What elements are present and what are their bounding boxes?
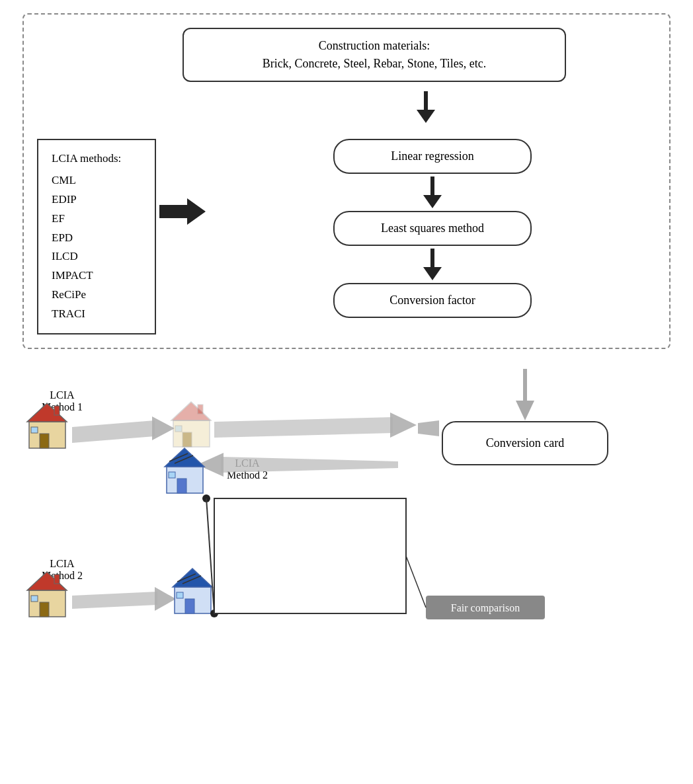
svg-marker-0	[159, 198, 206, 225]
lcia-item-cml: CML	[52, 171, 142, 190]
svg-text:LCIA: LCIA	[50, 558, 75, 569]
conversion-factor-box: Conversion factor	[333, 283, 532, 318]
lcia-item-edip: EDIP	[52, 190, 142, 210]
flowchart-column: Linear regression Least squares method	[209, 139, 656, 318]
lcia-methods-box: LCIA methods: CML EDIP EF EPD ILCD IMPAC…	[37, 139, 156, 334]
svg-rect-5	[40, 434, 49, 448]
svg-rect-45	[177, 592, 183, 598]
materials-box: Construction materials: Brick, Concrete,…	[183, 28, 566, 82]
arrow-ls-to-cf	[423, 249, 442, 280]
lcia-item-ilcd: ILCD	[52, 247, 142, 266]
main-diagram: Construction materials: Brick, Concrete,…	[22, 13, 671, 755]
svg-text:Fair comparison: Fair comparison	[451, 602, 520, 614]
svg-marker-16	[390, 412, 417, 438]
svg-marker-19	[221, 457, 398, 473]
linear-regression-label: Linear regression	[391, 149, 473, 163]
arrow-materials-to-lr	[417, 91, 435, 123]
svg-rect-6	[31, 427, 38, 433]
arrow-lr-to-ls	[423, 176, 442, 208]
lcia-title: LCIA methods:	[52, 149, 142, 169]
svg-text:Conversion card: Conversion card	[486, 436, 564, 450]
svg-marker-22	[165, 448, 204, 467]
bottom-section: LCIA Method 1 L	[22, 369, 671, 755]
svg-rect-37	[40, 602, 49, 617]
materials-list: Brick, Concrete, Steel, Rebar, Stone, Ti…	[263, 57, 487, 70]
least-squares-label: Least squares method	[381, 221, 484, 235]
lcia-item-recipe: ReCiPe	[52, 286, 142, 305]
svg-rect-44	[185, 599, 194, 613]
conversion-factor-label: Conversion factor	[389, 294, 475, 307]
svg-marker-40	[72, 592, 157, 609]
svg-text:LCIA: LCIA	[50, 389, 75, 401]
svg-rect-13	[175, 426, 182, 432]
lcia-item-impact: IMPACT	[52, 266, 142, 286]
lcia-item-ef: EF	[52, 210, 142, 229]
svg-rect-7	[54, 406, 60, 415]
svg-marker-41	[155, 587, 176, 611]
materials-title: Construction materials:	[319, 39, 430, 52]
svg-marker-15	[214, 417, 393, 438]
svg-line-54	[406, 556, 426, 608]
big-arrow-right-icon	[159, 198, 206, 225]
top-content-row: LCIA methods: CML EDIP EF EPD ILCD IMPAC…	[37, 139, 656, 334]
lcia-item-epd: EPD	[52, 229, 142, 248]
svg-marker-11	[171, 402, 211, 420]
svg-marker-8	[72, 420, 155, 443]
svg-rect-38	[31, 596, 38, 602]
lcia-item-traci: TRACI	[52, 305, 142, 324]
svg-rect-12	[183, 432, 192, 447]
svg-rect-39	[54, 574, 60, 584]
svg-marker-29	[516, 401, 534, 420]
top-dashed-section: Construction materials: Brick, Concrete,…	[22, 13, 671, 349]
svg-rect-51	[214, 498, 406, 613]
svg-rect-23	[177, 479, 186, 493]
svg-marker-43	[173, 568, 212, 587]
svg-rect-24	[169, 472, 175, 478]
bottom-diagram-svg: LCIA Method 1 L	[22, 369, 657, 752]
svg-rect-14	[198, 405, 203, 414]
linear-regression-box: Linear regression	[333, 139, 532, 174]
svg-marker-32	[418, 420, 439, 436]
least-squares-box: Least squares method	[333, 211, 532, 246]
lcia-to-flowchart-arrow	[156, 139, 209, 225]
